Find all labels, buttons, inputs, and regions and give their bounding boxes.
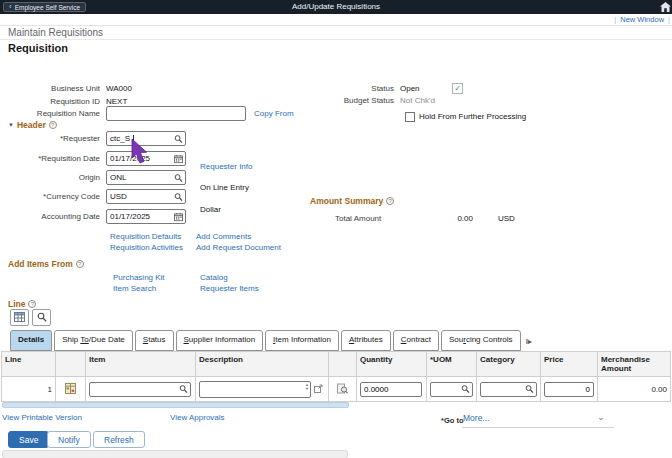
merchandise-amount-cell: 0.00 — [598, 377, 671, 402]
goto-dropdown[interactable]: More... — [463, 413, 489, 423]
origin-input[interactable] — [110, 171, 172, 184]
global-header: ‹ Employee Self Service Add/Update Requi… — [0, 0, 672, 14]
help-icon[interactable]: ? — [49, 121, 57, 129]
requester-row: *Requester — [0, 131, 186, 146]
view-approvals-link[interactable]: View Approvals — [170, 413, 225, 422]
save-button[interactable]: Save — [8, 431, 49, 448]
help-icon[interactable]: ? — [28, 300, 36, 308]
column-header-item: Item — [86, 351, 196, 377]
tab-attributes[interactable]: Attributes — [341, 330, 391, 351]
category-field-box — [480, 382, 537, 397]
tab-details[interactable]: Details — [10, 330, 52, 351]
help-icon[interactable]: ? — [386, 197, 394, 205]
tab-item-information[interactable]: Item Information — [265, 330, 339, 351]
currency-description: Dollar — [200, 205, 221, 214]
header-section-title: ▼ Header ? — [8, 120, 57, 130]
tab-contract[interactable]: Contract — [393, 330, 439, 351]
uom-input[interactable] — [434, 383, 460, 396]
tab-status[interactable]: Status — [135, 330, 174, 351]
page-horizontal-scrollbar[interactable] — [2, 450, 348, 458]
merchandise-amount-value: 0.00 — [651, 385, 667, 394]
requester-input[interactable] — [110, 132, 172, 145]
status-label: Status — [330, 84, 400, 93]
separator: | — [614, 15, 616, 24]
chevron-down-icon[interactable]: ⌄ — [597, 412, 605, 422]
copy-from-link[interactable]: Copy From — [254, 109, 294, 118]
accounting-date-input[interactable] — [110, 210, 172, 223]
accounting-date-label: Accounting Date — [0, 212, 106, 221]
hold-checkbox[interactable] — [405, 112, 415, 122]
item-lookup-icon[interactable] — [179, 385, 188, 394]
requisition-id-label: Requisition ID — [0, 97, 106, 106]
show-all-columns-icon[interactable]: ‖▸ — [523, 333, 534, 351]
catalog-link[interactable]: Catalog — [200, 273, 228, 282]
requester-items-link[interactable]: Requester Items — [200, 284, 259, 293]
add-comments-link[interactable]: Add Comments — [196, 232, 251, 241]
grid-personalize-button[interactable] — [10, 309, 29, 326]
requisition-activities-link[interactable]: Requisition Activities — [110, 243, 183, 252]
column-header-price: Price — [541, 351, 598, 377]
calendar-icon[interactable] — [174, 212, 183, 221]
description-expand-icon[interactable] — [314, 384, 323, 395]
notify-button[interactable]: Notify — [47, 431, 91, 448]
column-header-quantity: Quantity — [357, 351, 427, 377]
price-cell — [541, 377, 598, 402]
amount-summary-title: Amount Summary ? — [310, 196, 394, 206]
scrollbar-arrows-icon[interactable]: ▲ ▼ — [305, 383, 309, 391]
price-input[interactable] — [548, 383, 590, 396]
description-textarea[interactable]: ▲ ▼ — [199, 381, 311, 398]
business-unit-label: Business Unit — [0, 84, 106, 93]
origin-lookup-icon[interactable] — [174, 173, 183, 182]
search-icon — [37, 312, 47, 324]
currency-field-box — [106, 189, 186, 204]
category-input[interactable] — [484, 383, 524, 396]
calendar-icon[interactable] — [174, 154, 183, 163]
related-search-icon[interactable] — [337, 383, 348, 396]
home-icon[interactable] — [660, 2, 671, 12]
requester-info-link[interactable]: Requester Info — [200, 162, 252, 171]
description-cell: ▲ ▼ — [196, 377, 329, 402]
view-printable-version-link[interactable]: View Printable Version — [2, 413, 82, 422]
column-header-search-icon — [329, 351, 357, 377]
uom-lookup-icon[interactable] — [461, 385, 470, 394]
grid-horizontal-scrollbar[interactable] — [2, 402, 349, 408]
column-header-line: Line — [1, 351, 56, 377]
tab-supplier-information[interactable]: Supplier Information — [176, 330, 264, 351]
purchasing-kit-link[interactable]: Purchasing Kit — [113, 273, 165, 282]
tab-ship-to-due-date[interactable]: Ship To/Due Date — [54, 330, 133, 351]
currency-lookup-icon[interactable] — [174, 192, 183, 201]
accounting-date-field-box — [106, 209, 186, 224]
add-items-from-title: Add Items From ? — [8, 259, 84, 269]
grid-find-button[interactable] — [32, 309, 51, 326]
price-field-box — [544, 382, 594, 397]
requisition-name-input[interactable] — [110, 107, 241, 120]
goto-label: *Go to — [441, 416, 464, 425]
requisition-date-field-box — [106, 151, 186, 166]
requisition-date-input[interactable] — [110, 152, 172, 165]
grid-icon — [14, 312, 25, 324]
category-lookup-icon[interactable] — [525, 385, 534, 394]
requisition-date-row: *Requisition Date — [0, 151, 186, 166]
tab-sourcing-controls[interactable]: Sourcing Controls — [441, 330, 521, 351]
add-request-document-link[interactable]: Add Request Document — [196, 243, 281, 252]
budget-status-row: Budget Status Not Chk'd — [330, 93, 435, 108]
origin-row: Origin — [0, 170, 186, 185]
breadcrumb: Maintain Requisitions — [8, 27, 103, 38]
help-icon[interactable]: ? — [76, 260, 84, 268]
collapse-triangle-icon[interactable]: ▼ — [8, 122, 14, 128]
check-icon: ✓ — [454, 84, 461, 93]
item-input[interactable] — [93, 383, 178, 396]
requisition-defaults-link[interactable]: Requisition Defaults — [110, 232, 181, 241]
item-search-link[interactable]: Item Search — [113, 284, 156, 293]
app-window: ‹ Employee Self Service Add/Update Requi… — [0, 0, 672, 458]
total-amount-currency: USD — [498, 214, 515, 223]
quantity-input[interactable] — [364, 383, 418, 396]
requisition-name-field-box — [106, 106, 246, 121]
quantity-field-box — [360, 382, 422, 397]
column-header-uom: *UOM — [427, 351, 477, 377]
item-details-icon[interactable] — [65, 383, 76, 396]
requester-lookup-icon[interactable] — [174, 134, 183, 143]
currency-input[interactable] — [110, 190, 172, 203]
refresh-button[interactable]: Refresh — [93, 431, 145, 448]
new-window-link[interactable]: New Window — [620, 15, 664, 24]
